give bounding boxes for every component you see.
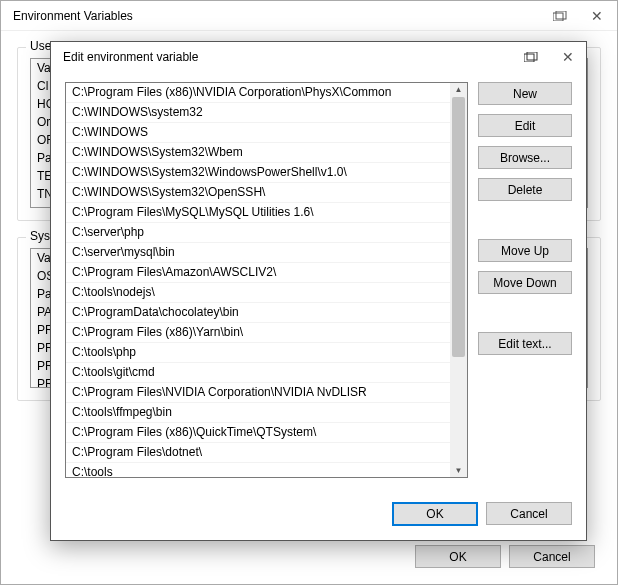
ok-button[interactable]: OK: [392, 502, 478, 526]
path-item[interactable]: C:\WINDOWS\System32\OpenSSH\: [66, 183, 450, 203]
side-buttons: New Edit Browse... Delete Move Up Move D…: [478, 82, 572, 478]
path-item[interactable]: C:\Program Files\MySQL\MySQL Utilities 1…: [66, 203, 450, 223]
edit-button[interactable]: Edit: [478, 114, 572, 137]
scroll-thumb[interactable]: [452, 97, 465, 357]
path-item[interactable]: C:\tools\git\cmd: [66, 363, 450, 383]
child-dialog-buttons: OK Cancel: [51, 492, 586, 540]
path-item[interactable]: C:\tools\ffmpeg\bin: [66, 403, 450, 423]
edit-text-button[interactable]: Edit text...: [478, 332, 572, 355]
path-item[interactable]: C:\tools\nodejs\: [66, 283, 450, 303]
path-item[interactable]: C:\Program Files (x86)\QuickTime\QTSyste…: [66, 423, 450, 443]
close-icon[interactable]: ✕: [556, 49, 580, 65]
move-down-button[interactable]: Move Down: [478, 271, 572, 294]
svg-rect-1: [556, 11, 566, 19]
svg-rect-3: [527, 52, 537, 60]
path-item[interactable]: C:\server\php: [66, 223, 450, 243]
delete-button[interactable]: Delete: [478, 178, 572, 201]
path-list[interactable]: C:\Program Files (x86)\NVIDIA Corporatio…: [65, 82, 468, 478]
path-item[interactable]: C:\ProgramData\chocolatey\bin: [66, 303, 450, 323]
restore-icon[interactable]: [524, 52, 538, 62]
path-item[interactable]: C:\Program Files (x86)\NVIDIA Corporatio…: [66, 83, 450, 103]
path-item[interactable]: C:\WINDOWS\System32\Wbem: [66, 143, 450, 163]
path-item[interactable]: C:\Program Files (x86)\Yarn\bin\: [66, 323, 450, 343]
chevron-up-icon[interactable]: ▲: [455, 83, 463, 96]
path-item[interactable]: C:\server\mysql\bin: [66, 243, 450, 263]
path-item[interactable]: C:\WINDOWS\system32: [66, 103, 450, 123]
parent-title: Environment Variables: [9, 9, 553, 23]
path-item[interactable]: C:\Program Files\Amazon\AWSCLIV2\: [66, 263, 450, 283]
close-icon[interactable]: ✕: [585, 8, 609, 24]
path-item[interactable]: C:\Program Files\dotnet\: [66, 443, 450, 463]
cancel-button[interactable]: Cancel: [509, 545, 595, 568]
parent-titlebar: Environment Variables ✕: [1, 1, 617, 31]
path-item[interactable]: C:\WINDOWS\System32\WindowsPowerShell\v1…: [66, 163, 450, 183]
svg-rect-2: [524, 54, 534, 62]
path-item[interactable]: C:\tools\php: [66, 343, 450, 363]
browse-button[interactable]: Browse...: [478, 146, 572, 169]
child-title-icons: ✕: [524, 49, 580, 65]
path-item[interactable]: C:\Program Files\NVIDIA Corporation\NVID…: [66, 383, 450, 403]
parent-title-icons: ✕: [553, 8, 609, 24]
path-item[interactable]: C:\WINDOWS: [66, 123, 450, 143]
cancel-button[interactable]: Cancel: [486, 502, 572, 525]
edit-env-var-dialog: Edit environment variable ✕ C:\Program F…: [50, 41, 587, 541]
scrollbar[interactable]: ▲ ▼: [450, 83, 467, 477]
child-body: C:\Program Files (x86)\NVIDIA Corporatio…: [51, 72, 586, 492]
child-title: Edit environment variable: [57, 50, 524, 64]
new-button[interactable]: New: [478, 82, 572, 105]
path-item[interactable]: C:\tools: [66, 463, 450, 477]
chevron-down-icon[interactable]: ▼: [455, 464, 463, 477]
ok-button[interactable]: OK: [415, 545, 501, 568]
parent-dialog-buttons: OK Cancel: [415, 545, 595, 568]
child-titlebar: Edit environment variable ✕: [51, 42, 586, 72]
svg-rect-0: [553, 13, 563, 21]
restore-icon[interactable]: [553, 11, 567, 21]
move-up-button[interactable]: Move Up: [478, 239, 572, 262]
